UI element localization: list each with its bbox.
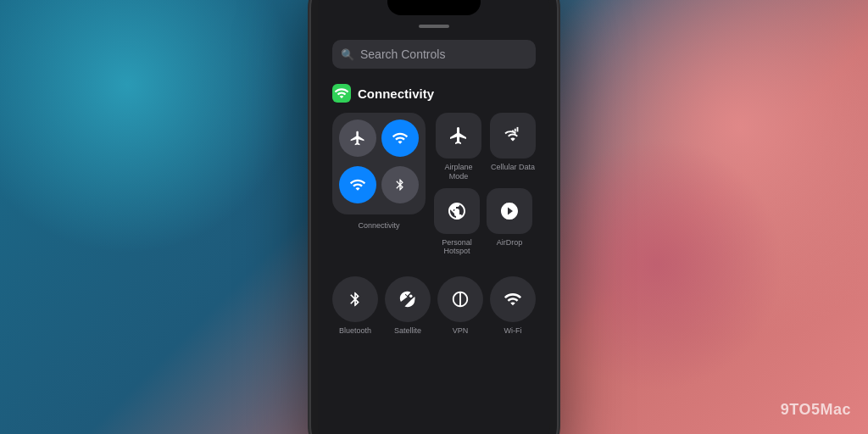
controls-row-bottom: PersonalHotspot AirDrop — [434, 188, 536, 257]
airdrop-label: AirDrop — [497, 238, 523, 248]
satellite-label: Satellite — [394, 326, 421, 335]
phone-screen: 🔍 Search Controls Connectivity — [318, 0, 550, 434]
vpn-label: VPN — [453, 326, 469, 335]
phone: 🔍 Search Controls Connectivity — [311, 0, 557, 434]
search-icon: 🔍 — [341, 48, 354, 61]
bg-blob-3 — [529, 137, 783, 392]
bluetooth-btn[interactable] — [332, 276, 378, 322]
right-controls-panel: Airplane Mode — [434, 113, 536, 256]
airplane-mode-btn[interactable] — [436, 113, 481, 159]
controls-area: Connectivity A — [332, 113, 536, 256]
cellular-data-label: Cellular Data — [491, 163, 535, 172]
connectivity-icon — [332, 84, 351, 103]
bluetooth-label: Bluetooth — [339, 326, 371, 335]
controls-row-top: Airplane Mode — [434, 113, 536, 181]
airplane-mode-label: Airplane Mode — [434, 163, 483, 181]
personal-hotspot-btn[interactable] — [434, 188, 480, 234]
vpn-item: VPN — [437, 276, 483, 335]
screen-content: 🔍 Search Controls Connectivity — [318, 0, 550, 434]
phone-body: 🔍 Search Controls Connectivity — [311, 0, 557, 434]
cluster-bluetooth-btn[interactable] — [381, 166, 419, 203]
bg-blob-1 — [0, 0, 297, 254]
satellite-item: Satellite — [385, 276, 431, 335]
svg-rect-0 — [512, 131, 514, 132]
cluster-wifi-btn[interactable] — [381, 120, 419, 157]
wifi-label: Wi-Fi — [504, 326, 522, 335]
scroll-indicator — [419, 25, 449, 28]
cellular-data-btn[interactable] — [490, 113, 536, 159]
search-placeholder: Search Controls — [360, 47, 445, 61]
svg-point-4 — [409, 295, 413, 298]
bottom-controls-row: Bluetooth Satellite — [332, 276, 536, 335]
connectivity-cluster — [332, 113, 426, 214]
svg-rect-2 — [517, 127, 519, 132]
connectivity-section-header: Connectivity — [332, 84, 536, 103]
airdrop-btn[interactable] — [487, 188, 532, 234]
cluster-label: Connectivity — [358, 221, 399, 230]
watermark: 9TO5Mac — [781, 401, 851, 419]
satellite-btn[interactable] — [385, 276, 431, 322]
bluetooth-item: Bluetooth — [332, 276, 378, 335]
dynamic-island — [387, 0, 481, 15]
cluster-cellular-btn[interactable] — [339, 166, 376, 203]
connectivity-title: Connectivity — [358, 86, 434, 101]
wifi-btn[interactable] — [490, 276, 536, 322]
cluster-airplane-btn[interactable] — [339, 120, 376, 157]
personal-hotspot-item: PersonalHotspot — [434, 188, 480, 257]
airdrop-item: AirDrop — [487, 188, 532, 257]
vpn-btn[interactable] — [437, 276, 483, 322]
personal-hotspot-label: PersonalHotspot — [442, 238, 472, 257]
airplane-mode-item: Airplane Mode — [434, 113, 483, 181]
wifi-item: Wi-Fi — [490, 276, 536, 335]
cellular-data-item: Cellular Data — [490, 113, 536, 181]
svg-rect-1 — [515, 129, 516, 132]
search-bar[interactable]: 🔍 Search Controls — [332, 40, 536, 69]
